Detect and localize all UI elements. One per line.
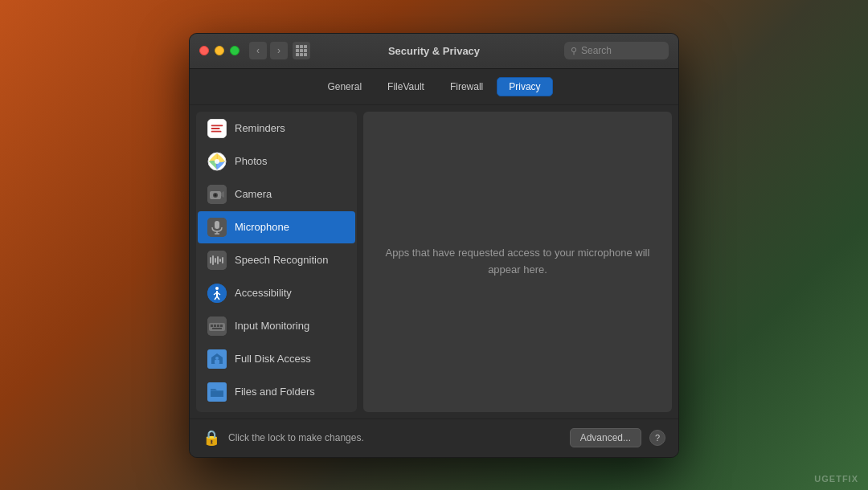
svg-point-38 [215,357,219,360]
input-label: Input Monitoring [235,320,309,332]
speech-label: Speech Recognition [235,254,328,266]
content-area: Reminders Photos [190,105,678,419]
svg-point-5 [215,159,219,164]
system-preferences-window: ‹ › Security & Privacy ⚲ Search General … [189,33,679,458]
photos-icon [207,152,227,171]
sidebar-item-microphone[interactable]: Microphone [198,211,355,243]
sidebar: Reminders Photos [196,112,357,412]
fulldisk-icon [207,349,227,369]
photos-label: Photos [235,155,267,167]
sidebar-item-camera[interactable]: Camera [198,178,355,210]
nav-buttons: ‹ › [249,42,288,59]
svg-point-23 [215,287,219,290]
sidebar-item-accessibility[interactable]: Accessibility [198,277,355,309]
svg-rect-31 [211,325,213,327]
close-button[interactable] [199,46,209,55]
svg-rect-19 [217,256,219,264]
svg-rect-20 [219,259,221,262]
svg-rect-32 [214,325,216,327]
grid-button[interactable] [293,42,310,59]
tab-general[interactable]: General [315,77,374,96]
reminders-label: Reminders [235,122,285,134]
footer: 🔒 Click the lock to make changes. Advanc… [190,419,678,457]
lock-text: Click the lock to make changes. [228,432,562,443]
svg-rect-16 [210,257,211,263]
input-icon [207,316,227,336]
sidebar-item-speech-recognition[interactable]: Speech Recognition [198,244,355,276]
camera-icon [207,185,227,204]
sidebar-item-full-disk-access[interactable]: Full Disk Access [198,343,355,375]
advanced-button[interactable]: Advanced... [570,428,641,447]
minimize-button[interactable] [215,46,224,55]
back-button[interactable]: ‹ [249,42,267,59]
sidebar-item-photos[interactable]: Photos [198,145,355,178]
svg-rect-18 [215,258,216,263]
maximize-button[interactable] [230,46,240,55]
main-message: Apps that have requested access to your … [379,245,656,279]
tab-firewall[interactable]: Firewall [438,77,495,96]
tab-privacy[interactable]: Privacy [497,77,552,96]
search-icon: ⚲ [571,46,577,56]
reminders-icon [207,119,227,138]
svg-rect-3 [211,130,222,132]
svg-rect-35 [212,328,222,329]
sidebar-item-reminders[interactable]: Reminders [198,112,355,145]
svg-rect-37 [215,360,219,364]
window-title: Security & Privacy [388,45,480,57]
svg-rect-33 [217,325,219,327]
sidebar-item-files-and-folders[interactable]: Files and Folders [198,376,355,408]
titlebar: ‹ › Security & Privacy ⚲ Search [190,34,678,69]
search-bar[interactable]: ⚲ Search [564,42,669,59]
sidebar-item-input-monitoring[interactable]: Input Monitoring [198,310,355,342]
traffic-lights [199,46,240,55]
files-label: Files and Folders [235,386,315,398]
svg-rect-17 [212,255,214,265]
svg-rect-12 [215,221,219,229]
grid-icon [296,45,307,56]
lock-icon[interactable]: 🔒 [203,429,220,447]
forward-button[interactable]: › [270,42,288,59]
svg-rect-34 [220,325,223,327]
help-button[interactable]: ? [649,430,665,446]
search-placeholder: Search [581,45,612,56]
main-content-panel: Apps that have requested access to your … [363,112,672,412]
accessibility-icon [207,284,227,303]
tab-filevault[interactable]: FileVault [375,77,436,96]
microphone-icon [207,218,227,237]
svg-rect-21 [222,257,223,263]
svg-rect-2 [211,128,220,129]
svg-rect-1 [211,125,223,126]
tabs: General FileVault Firewall Privacy [190,69,678,105]
microphone-label: Microphone [235,221,289,233]
svg-point-10 [215,194,217,196]
accessibility-label: Accessibility [235,287,292,299]
files-icon [207,382,227,402]
watermark: UGETFIX [814,474,858,484]
fulldisk-label: Full Disk Access [235,353,311,365]
camera-label: Camera [235,188,272,200]
speech-icon [207,251,227,270]
